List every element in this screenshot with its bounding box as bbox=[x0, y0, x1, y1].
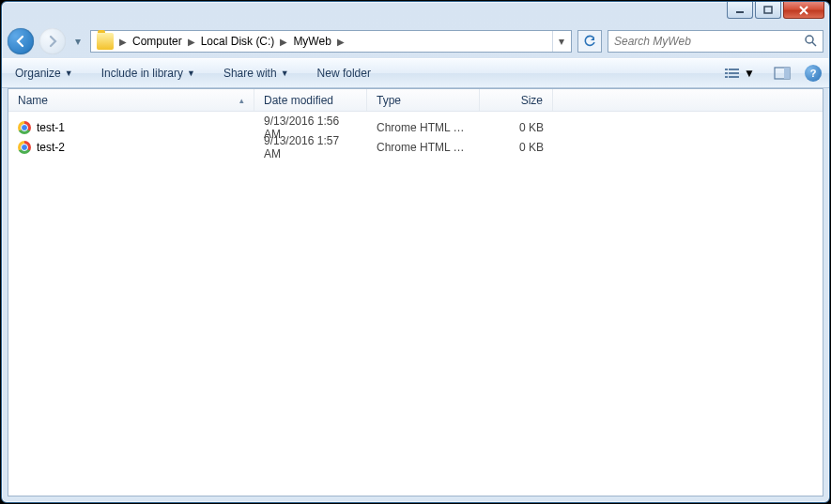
close-button[interactable] bbox=[783, 2, 824, 19]
search-box[interactable] bbox=[608, 30, 823, 53]
breadcrumb-separator[interactable]: ▶ bbox=[335, 37, 346, 47]
file-name: test-2 bbox=[37, 141, 65, 154]
svg-rect-6 bbox=[725, 72, 728, 74]
column-headers: Name ▴ Date modified Type Size bbox=[8, 89, 823, 112]
refresh-button[interactable] bbox=[577, 30, 602, 53]
maximize-button[interactable] bbox=[755, 2, 781, 19]
file-rows: test-1 9/13/2016 1:56 AM Chrome HTML Do.… bbox=[8, 112, 823, 157]
breadcrumb-localdisk[interactable]: Local Disk (C:) bbox=[197, 35, 279, 48]
column-name[interactable]: Name ▴ bbox=[8, 89, 254, 111]
file-date: 9/13/2016 1:57 AM bbox=[254, 134, 367, 160]
column-size[interactable]: Size bbox=[480, 89, 553, 111]
new-folder-button[interactable]: New folder bbox=[312, 64, 377, 83]
file-row[interactable]: test-1 9/13/2016 1:56 AM Chrome HTML Do.… bbox=[8, 117, 823, 137]
search-input[interactable] bbox=[614, 35, 804, 48]
svg-point-2 bbox=[806, 36, 813, 43]
view-options-button[interactable]: ▼ bbox=[719, 64, 760, 83]
chrome-html-icon bbox=[18, 121, 31, 134]
svg-rect-1 bbox=[764, 7, 772, 13]
organize-menu[interactable]: Organize▼ bbox=[9, 64, 79, 83]
breadcrumb-separator[interactable]: ▶ bbox=[186, 37, 197, 47]
help-button[interactable]: ? bbox=[805, 65, 822, 82]
svg-line-3 bbox=[812, 42, 816, 46]
file-type: Chrome HTML Do... bbox=[367, 141, 480, 154]
svg-rect-8 bbox=[725, 76, 728, 78]
sort-indicator-icon: ▴ bbox=[239, 96, 244, 105]
titlebar[interactable] bbox=[2, 2, 829, 28]
chrome-html-icon bbox=[18, 141, 31, 154]
nav-back-button[interactable] bbox=[8, 28, 34, 54]
file-row[interactable]: test-2 9/13/2016 1:57 AM Chrome HTML Do.… bbox=[8, 137, 823, 157]
breadcrumb-myweb[interactable]: MyWeb bbox=[289, 35, 334, 48]
svg-rect-4 bbox=[725, 69, 728, 70]
nav-history-dropdown[interactable]: ▾ bbox=[71, 28, 85, 54]
preview-pane-button[interactable] bbox=[769, 64, 795, 83]
preview-pane-icon bbox=[774, 67, 791, 80]
file-size: 0 KB bbox=[480, 121, 553, 134]
breadcrumb-separator[interactable]: ▶ bbox=[278, 37, 289, 47]
address-bar[interactable]: ▶ Computer ▶ Local Disk (C:) ▶ MyWeb ▶ ▾ bbox=[90, 30, 572, 53]
address-dropdown[interactable]: ▾ bbox=[552, 31, 569, 52]
svg-rect-5 bbox=[729, 69, 739, 70]
column-type[interactable]: Type bbox=[367, 89, 480, 111]
list-view-icon bbox=[724, 67, 741, 80]
folder-icon bbox=[97, 33, 114, 50]
search-icon bbox=[804, 34, 817, 50]
explorer-window: ▾ ▶ Computer ▶ Local Disk (C:) ▶ MyWeb ▶… bbox=[1, 1, 830, 503]
breadcrumb-computer[interactable]: Computer bbox=[129, 35, 186, 48]
breadcrumb-separator: ▶ bbox=[117, 37, 129, 47]
file-type: Chrome HTML Do... bbox=[367, 121, 480, 134]
file-name: test-1 bbox=[37, 121, 65, 134]
toolbar: Organize▼ Include in library▼ Share with… bbox=[2, 58, 829, 88]
file-size: 0 KB bbox=[480, 141, 553, 154]
minimize-button[interactable] bbox=[727, 2, 753, 19]
file-list-pane: Name ▴ Date modified Type Size test-1 9/… bbox=[8, 88, 823, 496]
svg-rect-9 bbox=[729, 76, 739, 78]
include-in-library-menu[interactable]: Include in library▼ bbox=[96, 64, 201, 83]
nav-forward-button[interactable] bbox=[39, 28, 66, 54]
share-with-menu[interactable]: Share with▼ bbox=[218, 64, 295, 83]
svg-rect-11 bbox=[784, 68, 790, 79]
svg-rect-7 bbox=[729, 72, 739, 74]
column-date[interactable]: Date modified bbox=[254, 89, 367, 111]
